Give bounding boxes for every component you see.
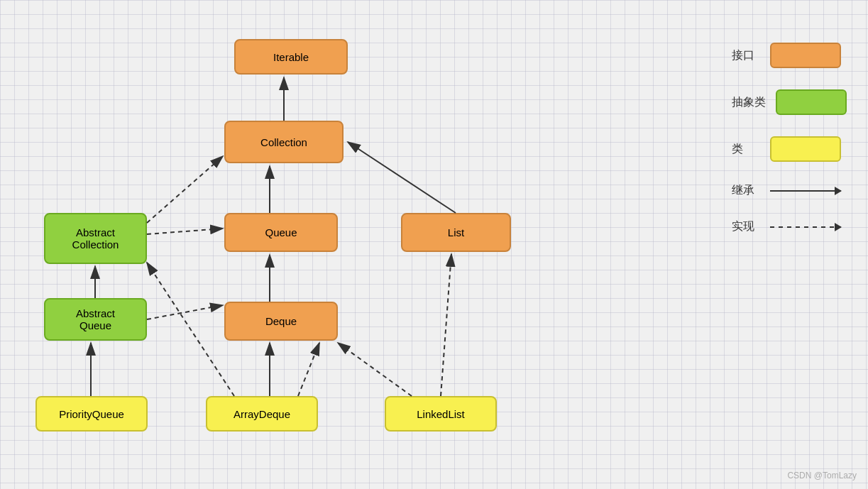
svg-line-5 <box>147 156 223 223</box>
legend-extends-label: 继承 <box>732 183 760 198</box>
legend-abstract-box <box>776 89 847 115</box>
node-linked-list: LinkedList <box>385 396 497 432</box>
node-array-deque: ArrayDeque <box>206 396 318 432</box>
node-collection: Collection <box>224 121 344 163</box>
node-abstract-queue: AbstractQueue <box>44 298 147 341</box>
legend-implements: 实现 <box>732 219 847 234</box>
legend-implements-label: 实现 <box>732 219 760 234</box>
svg-line-15 <box>147 263 234 396</box>
legend-extends-arrow <box>770 190 841 192</box>
svg-line-14 <box>338 343 412 396</box>
legend-class-box <box>770 136 841 162</box>
svg-line-12 <box>298 343 319 396</box>
node-queue: Queue <box>224 213 338 252</box>
svg-line-9 <box>147 305 223 319</box>
node-priority-queue: PriorityQueue <box>35 396 148 432</box>
node-list: List <box>401 213 511 252</box>
svg-line-4 <box>348 142 456 213</box>
legend-extends: 继承 <box>732 183 847 198</box>
svg-line-13 <box>441 254 451 396</box>
legend-interface-label: 接口 <box>732 48 760 63</box>
legend-interface: 接口 <box>732 43 847 68</box>
node-iterable: Iterable <box>234 39 348 75</box>
svg-line-6 <box>147 229 223 234</box>
legend-abstract-label: 抽象类 <box>732 95 766 110</box>
node-abstract-collection: AbstractCollection <box>44 213 147 264</box>
legend-interface-box <box>770 43 841 68</box>
legend-implements-arrow <box>770 226 841 228</box>
legend-abstract: 抽象类 <box>732 89 847 115</box>
legend: 接口 抽象类 类 继承 实现 <box>732 43 847 234</box>
watermark: CSDN @TomLazy <box>787 471 857 480</box>
legend-class-label: 类 <box>732 142 760 157</box>
legend-class: 类 <box>732 136 847 162</box>
node-deque: Deque <box>224 302 338 341</box>
